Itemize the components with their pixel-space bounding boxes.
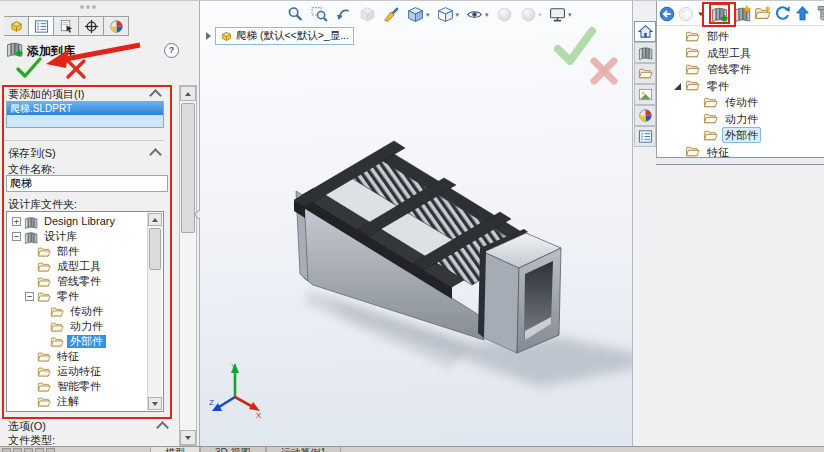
library-tree-item[interactable]: 零件 bbox=[657, 78, 824, 95]
forward-button[interactable] bbox=[678, 6, 694, 22]
folder-tree-item[interactable]: 外部件 bbox=[8, 334, 147, 349]
folder-tree-item[interactable]: 部件 bbox=[8, 244, 147, 259]
tree-expander-icon[interactable]: − bbox=[12, 232, 21, 241]
tab-file-explorer[interactable] bbox=[634, 63, 656, 84]
document-tab[interactable]: 3D 视图 bbox=[200, 447, 266, 452]
tab-featuremanager[interactable] bbox=[4, 16, 29, 36]
tree-expander-icon[interactable] bbox=[691, 131, 700, 140]
tree-expander-icon[interactable] bbox=[673, 81, 682, 90]
document-tab[interactable]: 运动算例1 bbox=[266, 447, 342, 452]
tab-dimxpertmanager[interactable] bbox=[79, 16, 104, 36]
tree-expander-icon[interactable] bbox=[673, 32, 682, 41]
group-collapse-icon[interactable] bbox=[149, 89, 162, 102]
scroll-up-button[interactable] bbox=[148, 213, 162, 226]
folder-tree-item[interactable]: 运动特征 bbox=[8, 364, 147, 379]
apply-scene-button[interactable] bbox=[519, 5, 544, 24]
tree-expander-icon[interactable] bbox=[691, 114, 700, 123]
folder-tree-item[interactable]: 动力件 bbox=[8, 319, 147, 334]
scroll-down-button[interactable] bbox=[180, 430, 196, 445]
confirm-cancel-mark[interactable] bbox=[594, 61, 614, 81]
tab-displaymanager[interactable] bbox=[104, 16, 129, 36]
scroll-thumb[interactable] bbox=[149, 228, 161, 270]
part-preview-icon[interactable] bbox=[814, 5, 824, 22]
menu-caret-button[interactable] bbox=[697, 9, 705, 19]
tab-nav-button[interactable] bbox=[13, 448, 22, 452]
library-tree-item[interactable]: 部件 bbox=[657, 28, 824, 45]
group-collapse-icon[interactable] bbox=[149, 148, 162, 161]
folder-tree-item[interactable]: − 零件 bbox=[8, 289, 147, 304]
tree-scrollbar[interactable] bbox=[147, 213, 162, 410]
list-item[interactable]: 爬梯.SLDPRT bbox=[7, 102, 163, 115]
help-button[interactable]: ? bbox=[164, 43, 179, 58]
ok-button[interactable] bbox=[18, 59, 40, 76]
display-style-button[interactable] bbox=[436, 5, 461, 24]
refresh-button[interactable] bbox=[774, 5, 791, 22]
tab-scroll-buttons[interactable] bbox=[2, 448, 55, 452]
task-pane-tab-strip bbox=[632, 1, 656, 446]
tree-expander-icon[interactable]: + bbox=[12, 217, 21, 226]
folder-tree-item[interactable]: 注解 bbox=[8, 394, 147, 409]
tab-nav-button[interactable] bbox=[35, 448, 44, 452]
tab-design-library[interactable] bbox=[634, 42, 656, 63]
add-to-library-button[interactable] bbox=[711, 5, 728, 22]
zoom-to-area-button[interactable] bbox=[310, 5, 329, 24]
pane-splitter[interactable] bbox=[656, 157, 824, 165]
items-to-add-listbox[interactable]: 爬梯.SLDPRT bbox=[6, 101, 164, 128]
scroll-thumb[interactable] bbox=[181, 103, 195, 233]
previous-view-button[interactable] bbox=[334, 5, 353, 24]
tab-custom-properties[interactable] bbox=[634, 126, 656, 147]
tree-expander-icon[interactable] bbox=[673, 147, 682, 156]
list-item[interactable] bbox=[7, 115, 163, 127]
library-tree-item[interactable]: 传动件 bbox=[657, 94, 824, 111]
triad-z-label: Z bbox=[209, 398, 214, 407]
tab-home[interactable] bbox=[634, 21, 656, 42]
panel-grip[interactable] bbox=[86, 5, 90, 9]
library-tree-item[interactable]: 外部件 bbox=[657, 127, 824, 144]
folder-tree-item[interactable]: 管线零件 bbox=[8, 274, 147, 289]
cancel-button[interactable] bbox=[68, 61, 84, 77]
appearances-button[interactable] bbox=[495, 5, 514, 24]
folder-tree-item[interactable]: 特征 bbox=[8, 349, 147, 364]
library-tree-item[interactable]: 管线零件 bbox=[657, 61, 824, 78]
feature-tree-root[interactable]: 爬梯 (默认<<默认>_显... bbox=[215, 27, 354, 45]
group-collapse-icon[interactable] bbox=[156, 421, 169, 434]
tab-nav-button[interactable] bbox=[46, 448, 55, 452]
tab-nav-button[interactable] bbox=[24, 448, 33, 452]
folder-tree-item[interactable]: − 设计库 bbox=[8, 229, 147, 244]
expand-arrow-icon[interactable] bbox=[206, 32, 211, 40]
back-button[interactable] bbox=[659, 6, 675, 22]
tab-view-palette[interactable] bbox=[634, 84, 656, 105]
graphics-viewport[interactable]: 爬梯 (默认<<默认>_显... Y X Z bbox=[200, 1, 632, 446]
breadcrumb[interactable]: 爬梯 (默认<<默认>_显... bbox=[206, 27, 354, 45]
new-folder-button[interactable] bbox=[754, 5, 771, 22]
tree-expander-icon[interactable] bbox=[673, 48, 682, 57]
zoom-to-fit-button[interactable] bbox=[286, 5, 305, 24]
scroll-up-button[interactable] bbox=[180, 86, 196, 101]
tree-expander-icon[interactable] bbox=[673, 65, 682, 74]
tab-configurationmanager[interactable] bbox=[54, 16, 79, 36]
hide-show-items-button[interactable] bbox=[465, 5, 490, 24]
confirm-ok-mark[interactable] bbox=[558, 31, 592, 61]
library-tree-item[interactable]: 成型工具 bbox=[657, 45, 824, 62]
tab-nav-button[interactable] bbox=[2, 448, 11, 452]
tree-expander-icon[interactable] bbox=[691, 98, 700, 107]
folder-tree-item[interactable]: 传动件 bbox=[8, 304, 147, 319]
tree-expander-icon[interactable]: − bbox=[25, 292, 34, 301]
move-up-button[interactable] bbox=[794, 5, 811, 22]
folder-tree-item[interactable]: 智能零件 bbox=[8, 379, 147, 394]
add-file-location-button[interactable] bbox=[734, 5, 751, 22]
tab-appearances[interactable] bbox=[634, 105, 656, 126]
folder-tree-item[interactable]: 成型工具 bbox=[8, 259, 147, 274]
view-orientation-button[interactable] bbox=[406, 5, 431, 24]
view-settings-button[interactable] bbox=[548, 5, 573, 24]
edit-appearance-button[interactable] bbox=[382, 5, 401, 24]
panel-scrollbar[interactable] bbox=[179, 85, 197, 446]
section-view-button[interactable] bbox=[358, 5, 377, 24]
document-tab[interactable]: 模型 bbox=[150, 447, 200, 452]
folder-icon bbox=[37, 260, 54, 274]
library-tree-item[interactable]: 动力件 bbox=[657, 111, 824, 128]
tab-propertymanager[interactable] bbox=[29, 16, 54, 36]
file-name-input[interactable] bbox=[6, 175, 168, 192]
scroll-down-button[interactable] bbox=[148, 397, 162, 410]
folder-tree-item[interactable]: + Design Library bbox=[8, 214, 147, 229]
